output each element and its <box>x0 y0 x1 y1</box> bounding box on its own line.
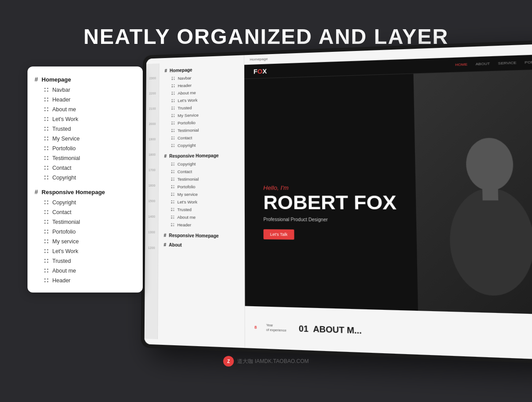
list-item[interactable]: Let's Work <box>27 246 143 256</box>
nav-link-about[interactable]: ABOUT <box>476 62 490 66</box>
main-area: # Homepage Navbar Header About me Let's … <box>0 62 532 393</box>
grid-icon <box>44 166 49 170</box>
grid-icon <box>44 210 49 215</box>
grid-icon <box>44 146 49 151</box>
nav-link-portfolio[interactable]: PORTOFOLIO <box>524 59 532 65</box>
layer-group-homepage: # Homepage <box>27 74 143 85</box>
grid-icon <box>44 239 49 244</box>
list-item[interactable]: Portofolio <box>27 144 143 153</box>
about-strip: 8 Yearof experience 01 ABOUT M... <box>245 306 532 360</box>
list-item[interactable]: Navbar <box>27 85 143 95</box>
list-item[interactable]: Let's Work <box>159 198 244 206</box>
grid-icon <box>44 259 49 263</box>
about-stat-number: 8 <box>254 325 257 330</box>
tablet-frame: 2300 2200 2100 2000 1900 1800 1700 1600 … <box>141 39 532 365</box>
list-item[interactable]: My service <box>27 237 143 246</box>
list-item[interactable]: My Service <box>27 134 143 144</box>
tablet-ruler: 2300 2200 2100 2000 1900 1800 1700 1600 … <box>145 63 160 339</box>
hash-icon: # <box>35 76 38 83</box>
grid-icon <box>44 156 49 160</box>
list-item[interactable]: About me <box>159 213 244 221</box>
list-item[interactable]: Testimonial <box>27 217 143 227</box>
grid-icon <box>44 220 49 224</box>
grid-icon <box>44 176 49 180</box>
layer-panel: # Homepage Navbar Header About me Let's … <box>27 66 143 293</box>
list-item[interactable]: Header <box>158 221 244 229</box>
list-item[interactable]: Copyright <box>27 173 143 183</box>
hero-text: Hello, I'm ROBERT FOX Professional Produ… <box>263 184 397 241</box>
list-item[interactable]: Trusted <box>159 206 244 214</box>
list-item[interactable]: Portofolio <box>27 227 143 237</box>
list-item[interactable]: Let's Work <box>27 114 143 124</box>
list-item[interactable]: Trusted <box>27 256 143 266</box>
group-label-homepage: Homepage <box>42 76 71 83</box>
list-item[interactable]: Trusted <box>27 124 143 134</box>
preview-nav-links: HOME ABOUT SERVICE PORTOFOLIO <box>455 59 532 67</box>
grid-icon <box>44 249 49 254</box>
layer-group-responsive: # Responsive Homepage <box>27 186 143 198</box>
hash-icon: # <box>35 188 38 195</box>
hero-greeting: Hello, I'm <box>263 184 396 191</box>
list-item[interactable]: Copyright <box>159 160 244 168</box>
grid-icon <box>44 278 49 283</box>
list-item[interactable]: Copyright <box>27 198 143 207</box>
watermark: Z 道大咖 IAMDK.TAOBAO.COM <box>223 356 309 367</box>
list-item[interactable]: About me <box>27 105 143 114</box>
svg-point-1 <box>449 188 532 297</box>
list-item[interactable]: About me <box>27 266 143 276</box>
website-preview: Homepage FOX HOME ABOUT SERVICE PORTOFOL… <box>244 43 532 361</box>
person-silhouette <box>437 130 532 297</box>
grid-icon <box>44 117 49 121</box>
list-item[interactable]: Testimonial <box>27 153 143 163</box>
nav-link-home[interactable]: HOME <box>455 62 468 67</box>
list-item[interactable]: Contact <box>27 207 143 217</box>
list-item[interactable]: Portofolio <box>159 183 244 191</box>
hero-title: Professional Product Designer <box>263 217 397 222</box>
list-item[interactable]: Header <box>27 276 143 285</box>
about-stat-label: Yearof experience <box>266 323 286 333</box>
preview-hero: Hello, I'm ROBERT FOX Professional Produ… <box>244 69 532 360</box>
tablet-panel-header-about: # About <box>158 241 244 250</box>
grid-icon <box>44 269 49 273</box>
lets-talk-button[interactable]: Let's Talk <box>263 229 294 240</box>
hero-name: ROBERT FOX <box>263 193 397 213</box>
grid-icon <box>44 230 49 234</box>
grid-icon <box>44 107 49 112</box>
grid-icon <box>44 200 49 205</box>
grid-icon <box>44 137 49 141</box>
nav-link-service[interactable]: SERVICE <box>498 61 516 66</box>
svg-rect-2 <box>482 186 498 200</box>
tablet-inner: 2300 2200 2100 2000 1900 1800 1700 1600 … <box>145 43 532 361</box>
device-mockup-area: 2300 2200 2100 2000 1900 1800 1700 1600 … <box>124 53 532 372</box>
list-item[interactable]: Copyright <box>159 141 244 149</box>
tablet-panel-header-rh2: # Responsive Homepage <box>158 231 244 240</box>
list-item[interactable]: My service <box>159 191 244 198</box>
svg-point-0 <box>466 137 514 191</box>
group-label-responsive: Responsive Homepage <box>42 189 105 195</box>
watermark-logo: Z <box>223 356 234 367</box>
grid-icon <box>44 98 49 102</box>
preview-logo: FOX <box>254 67 267 75</box>
list-item[interactable]: Testimonial <box>159 175 244 183</box>
tablet-left-panel: 2300 2200 2100 2000 1900 1800 1700 1600 … <box>145 55 245 348</box>
grid-icon <box>44 127 49 131</box>
list-item[interactable]: Contact <box>159 167 244 176</box>
list-item[interactable]: Contact <box>27 163 143 173</box>
grid-icon <box>44 88 49 92</box>
about-section-title: 01 ABOUT M... <box>299 324 362 336</box>
list-item[interactable]: Header <box>27 95 143 105</box>
tablet-panel-header-responsive: # Responsive Homepage <box>159 151 244 160</box>
